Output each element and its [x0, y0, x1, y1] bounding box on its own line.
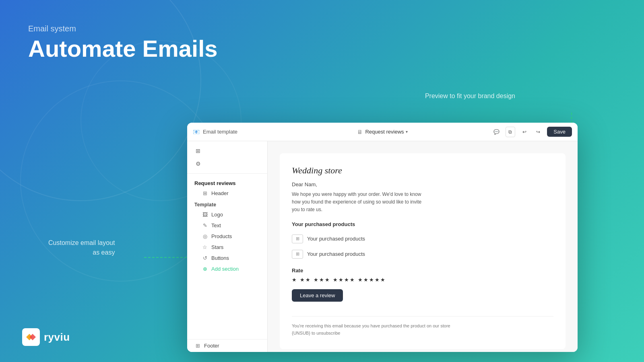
sidebar-item-footer[interactable]: ⊞ Footer	[187, 339, 267, 352]
star-icon: ★	[305, 277, 310, 283]
sidebar: ⊞ ⚙ Request reviews ⊞ Header Template 🖼 …	[187, 141, 268, 352]
sidebar-item-logo[interactable]: 🖼 Logo	[187, 209, 267, 220]
save-button[interactable]: Save	[547, 127, 572, 137]
sidebar-section: Request reviews ⊞ Header Template 🖼 Logo…	[187, 174, 267, 339]
star-icon: ★	[363, 277, 368, 283]
header-grid-icon: ⊞	[202, 190, 208, 196]
page-title: Automate Emails	[28, 36, 218, 62]
star-icon: ★	[380, 277, 385, 283]
stars-row: ★ ★ ★ ★ ★ ★ ★ ★ ★ ★	[292, 277, 553, 283]
product-row-2: ⊞ Your purchased products	[292, 247, 553, 262]
ryviu-text: ryviu	[44, 331, 70, 343]
ryviu-logo: ryviu	[22, 328, 70, 346]
top-bar-center: 🖥 Request reviews ▾	[273, 129, 491, 135]
add-section-button[interactable]: ⊕ Add section	[187, 263, 267, 274]
rate-label: Rate	[292, 267, 553, 274]
undo-icon[interactable]: ↩	[519, 127, 529, 137]
star-icon: ★	[358, 277, 363, 283]
star-group-5: ★ ★ ★ ★ ★	[358, 277, 385, 283]
product-icon-2: ⊞	[292, 250, 303, 259]
product-row-1: ⊞ Your purchased products	[292, 231, 553, 247]
footer-grid-icon: ⊞	[194, 343, 201, 349]
template-label: Template	[187, 199, 267, 209]
current-tab-label[interactable]: Request reviews ▾	[365, 129, 407, 135]
sidebar-section-title: Request reviews	[187, 178, 267, 188]
store-name: Wedding store	[292, 165, 553, 176]
grid-icon: ⊞	[194, 148, 202, 154]
customize-label: Customize email layoutas easy	[48, 238, 115, 257]
header-section: Email system Automate Emails	[28, 24, 218, 62]
products-icon: ◎	[202, 233, 208, 239]
email-footer: You're receiving this email because you …	[292, 316, 553, 337]
star-group-4: ★ ★ ★ ★	[333, 277, 355, 283]
sidebar-item-header[interactable]: ⊞ Header	[187, 188, 267, 199]
stars-icon: ☆	[202, 244, 208, 250]
email-body: Wedding store Dear Nam, We hope you were…	[280, 153, 566, 349]
settings-icon: ⚙	[194, 160, 202, 167]
app-title: Email template	[203, 129, 237, 135]
ryviu-icon	[22, 328, 40, 346]
star-icon: ★	[344, 277, 349, 283]
sidebar-item-products[interactable]: ◎ Products	[187, 231, 267, 242]
top-bar: 📧 Email template 🖥 Request reviews ▾ 💬 ⧉…	[187, 123, 578, 141]
purchased-label: Your purchased products	[292, 221, 553, 227]
dear-text: Dear Nam,	[292, 181, 553, 187]
star-group-3: ★ ★ ★	[314, 277, 330, 283]
star-icon: ★	[314, 277, 318, 283]
app-window: 📧 Email template 🖥 Request reviews ▾ 💬 ⧉…	[187, 123, 578, 352]
sidebar-item-buttons[interactable]: ↺ Buttons	[187, 253, 267, 263]
star-icon: ★	[300, 277, 305, 283]
star-icon: ★	[333, 277, 338, 283]
footer-line-2: {UNSUB} to unsubscribe	[292, 329, 553, 337]
top-bar-right: 💬 ⧉ ↩ ↪ Save	[491, 127, 572, 137]
product-icon-1: ⊞	[292, 234, 303, 243]
sidebar-icon-grid[interactable]: ⊞	[187, 144, 267, 157]
star-icon: ★	[292, 277, 297, 283]
tab-chevron-icon: ▾	[406, 130, 408, 134]
copy-icon[interactable]: ⧉	[506, 127, 516, 137]
comment-icon[interactable]: 💬	[491, 127, 502, 137]
logo-icon: 🖼	[202, 212, 208, 218]
redo-icon[interactable]: ↪	[533, 127, 543, 137]
main-area: ⊞ ⚙ Request reviews ⊞ Header Template 🖼 …	[187, 141, 578, 352]
star-group-1: ★	[292, 277, 297, 283]
top-bar-left: 📧 Email template	[193, 129, 273, 135]
page-subtitle: Email system	[28, 24, 218, 33]
preview-label: Preview to fit your brand design	[425, 93, 515, 100]
tab-email-icon: 🖥	[357, 129, 363, 135]
star-icon: ★	[325, 277, 330, 283]
sidebar-item-stars[interactable]: ☆ Stars	[187, 242, 267, 253]
sidebar-top-icons: ⊞ ⚙	[187, 141, 267, 174]
star-icon: ★	[350, 277, 355, 283]
star-icon: ★	[339, 277, 343, 283]
add-icon: ⊕	[202, 266, 208, 272]
email-icon: 📧	[193, 129, 200, 135]
star-icon: ★	[319, 277, 324, 283]
sidebar-item-text[interactable]: ✎ Text	[187, 220, 267, 231]
leave-review-button[interactable]: Leave a review	[292, 289, 343, 302]
star-group-2: ★ ★	[300, 277, 310, 283]
sidebar-icon-settings[interactable]: ⚙	[187, 157, 267, 170]
star-icon: ★	[375, 277, 380, 283]
footer-line-1: You're receiving this email because you …	[292, 322, 553, 330]
text-icon: ✎	[202, 222, 208, 228]
star-icon: ★	[369, 277, 374, 283]
buttons-icon: ↺	[202, 255, 208, 261]
email-description: We hope you were happy with your order. …	[292, 191, 429, 214]
email-preview: Wedding store Dear Nam, We hope you were…	[268, 141, 578, 352]
